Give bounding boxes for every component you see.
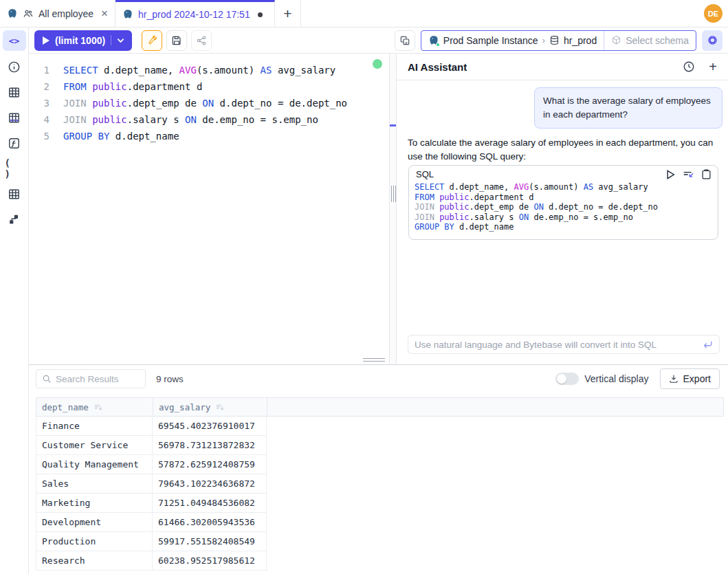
connection-healthy-dot	[373, 59, 382, 69]
history-clock-icon[interactable]	[683, 60, 695, 73]
enter-return-icon[interactable]	[703, 340, 713, 349]
cube-icon	[611, 35, 621, 45]
connection-status-dot	[436, 43, 440, 47]
ai-code-line: JOIN public.salary s ON de.emp_no = s.em…	[415, 212, 711, 223]
table-cell: 61466.302005943536	[153, 513, 267, 532]
ai-prompt-input[interactable]	[415, 340, 698, 350]
connection-selector[interactable]: Prod Sample Instance › hr_prod Select sc…	[421, 30, 696, 51]
splitter-drag-handle[interactable]	[391, 186, 396, 202]
batch-query-button[interactable]	[395, 30, 415, 51]
schema-diagram-icon[interactable]	[5, 210, 24, 229]
results-table: dept_name avg_salary Finance69545.402376…	[36, 397, 724, 571]
ai-code-line: FROM public.department d	[415, 192, 711, 203]
tab-hr-prod[interactable]: hr_prod 2024-10-12 17:51	[115, 0, 275, 27]
ai-assistant-panel: AI Assistant + What is the average salar…	[397, 54, 728, 364]
run-button-label: (limit 1000)	[55, 35, 105, 46]
search-results-box[interactable]	[36, 369, 146, 388]
select-schema-label: Select schema	[626, 35, 689, 46]
editor-toolbar: (limit 1000)	[29, 27, 728, 54]
table-cell: 69545.402376910017	[153, 417, 267, 436]
database-icon	[549, 35, 560, 45]
save-icon	[171, 35, 182, 46]
table-row[interactable]: Marketing71251.049484536082	[36, 494, 724, 513]
ai-code-block: SELECT d.dept_name, AVG(s.amount) AS avg…	[409, 180, 718, 239]
share-icon	[196, 35, 207, 46]
table-row[interactable]: Research60238.952517985612	[36, 551, 724, 571]
connection-main: Prod Sample Instance › hr_prod	[421, 35, 604, 46]
sort-icon[interactable]	[215, 403, 224, 412]
insert-to-editor-icon[interactable]	[683, 170, 694, 179]
ai-panel-title: AI Assistant	[408, 61, 467, 73]
table-row[interactable]: Finance69545.402376910017	[36, 417, 724, 436]
editor-code-line: 4JOIN public.salary s ON de.emp_no = s.e…	[29, 111, 389, 128]
toolbar-right: Prod Sample Instance › hr_prod Select sc…	[395, 30, 723, 51]
horizontal-splitter-handle[interactable]	[363, 358, 385, 364]
group-icon	[23, 8, 34, 19]
search-icon	[42, 374, 52, 384]
tab-label: hr_prod 2024-10-12 17:51	[138, 9, 250, 20]
parentheses-icon[interactable]: ( )	[5, 159, 24, 178]
table-row[interactable]: Customer Service56978.731213872832	[36, 436, 724, 455]
results-toolbar: 9 rows Vertical display Export	[29, 365, 728, 393]
sample-data-icon[interactable]	[5, 108, 24, 127]
table-cell: Quality Management	[36, 455, 153, 474]
new-chat-icon[interactable]: +	[709, 60, 717, 74]
table-cell: 59917.551582408549	[153, 532, 267, 551]
editor-code-line: 5GROUP BY d.dept_name	[29, 128, 389, 144]
format-sql-button[interactable]	[142, 30, 162, 51]
column-header-avg-salary[interactable]: avg_salary	[153, 398, 267, 416]
table-cell: Research	[36, 551, 153, 571]
vertical-display-label: Vertical display	[584, 373, 648, 384]
ai-input-container	[408, 335, 720, 354]
postgres-icon	[7, 8, 18, 19]
tables-icon[interactable]	[5, 82, 24, 102]
run-query-button[interactable]: (limit 1000)	[34, 30, 132, 51]
table-cell: Marketing	[36, 494, 153, 513]
table-row[interactable]: Development61466.302005943536	[36, 513, 724, 532]
results-panel: 9 rows Vertical display Export dept_name	[29, 364, 728, 574]
table-cell: Customer Service	[36, 436, 153, 455]
save-sheet-button[interactable]	[166, 30, 187, 51]
table-row[interactable]: Quality Management57872.625912408759	[36, 455, 724, 474]
table-cell: 56978.731213872832	[153, 436, 267, 455]
editor-code-line: 1SELECT d.dept_name, AVG(s.amount) AS av…	[29, 62, 389, 78]
search-results-input[interactable]	[56, 374, 131, 384]
function-icon[interactable]	[5, 133, 24, 153]
table-row[interactable]: Production59917.551582408549	[36, 532, 724, 551]
run-code-icon[interactable]	[666, 170, 675, 179]
table-cell: 60238.952517985612	[153, 551, 267, 571]
vertical-splitter[interactable]	[389, 54, 397, 364]
sidebar-item-worksheet[interactable]: <>	[3, 30, 26, 51]
column-header-dept-name[interactable]: dept_name	[36, 398, 153, 416]
postgres-icon	[122, 9, 133, 20]
info-icon[interactable]	[5, 57, 24, 76]
tab-label: All employee	[38, 8, 93, 19]
table-detail-icon[interactable]	[5, 184, 24, 203]
code-card-header: SQL	[409, 166, 718, 180]
sql-editor[interactable]: 1SELECT d.dept_name, AVG(s.amount) AS av…	[29, 54, 389, 364]
export-label: Export	[683, 373, 711, 384]
table-cell: Finance	[36, 417, 153, 436]
table-cell: Development	[36, 513, 153, 532]
header-filler	[267, 398, 723, 416]
editor-code-line: 3JOIN public.dept_emp de ON d.dept_no = …	[29, 95, 389, 111]
wrench-icon	[146, 35, 157, 46]
share-button[interactable]	[191, 30, 212, 51]
select-schema-button[interactable]: Select schema	[604, 35, 696, 46]
results-table-body: Finance69545.402376910017Customer Servic…	[36, 417, 724, 571]
splitter-scroll-indicator	[390, 124, 396, 126]
tab-all-employee[interactable]: All employee ×	[0, 0, 115, 27]
sort-icon[interactable]	[93, 403, 102, 412]
table-cell: Sales	[36, 474, 153, 494]
new-tab-button[interactable]: +	[275, 0, 301, 27]
copy-code-icon[interactable]	[702, 169, 711, 179]
export-button[interactable]: Export	[660, 368, 720, 389]
close-icon[interactable]: ×	[101, 8, 108, 19]
ai-panel-header: AI Assistant +	[397, 54, 728, 80]
ai-code-card: SQL SELECT d.dept_name, AVG(s.amount) AS…	[408, 165, 718, 240]
table-row[interactable]: Sales79643.102234636872	[36, 474, 724, 494]
user-avatar[interactable]: DE	[704, 4, 723, 23]
ai-assistant-button[interactable]	[702, 30, 723, 51]
vertical-display-toggle[interactable]	[555, 373, 579, 385]
table-cell: 71251.049484536082	[153, 494, 267, 513]
